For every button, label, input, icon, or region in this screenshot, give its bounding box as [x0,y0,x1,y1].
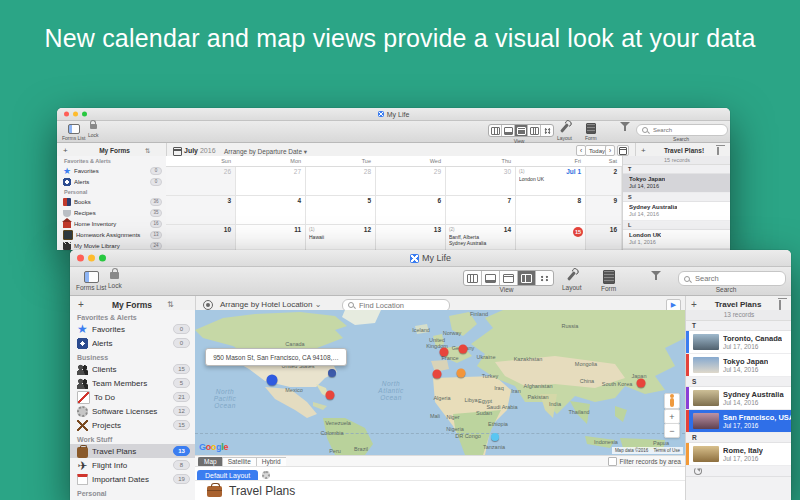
sidebar-item-team-members[interactable]: Team Members5 [70,376,195,390]
calendar-cell[interactable]: 11 [236,225,306,250]
forms-header[interactable]: My Forms [100,300,164,310]
minimize-button[interactable] [73,112,78,117]
traffic-lights[interactable] [77,255,106,262]
view-map-segment[interactable] [518,271,536,285]
forms-list-button[interactable]: Forms List [62,124,85,141]
close-button[interactable] [64,112,69,117]
record-row-tokyo-japan[interactable]: Tokyo JapanJul 14, 2016 [686,354,791,377]
add-record-button[interactable]: + [691,299,697,310]
filter-button[interactable] [651,276,661,285]
sidebar-item-favorites[interactable]: Favorites0 [57,165,166,176]
gear-icon[interactable] [262,471,270,479]
street-view-pegman-button[interactable] [664,393,680,409]
front-titlebar[interactable]: My Life [70,250,791,267]
sort-chevrons-icon[interactable]: ⇅ [145,147,150,155]
search-input[interactable] [651,126,722,134]
map-mode-button[interactable]: Map [198,457,222,467]
calendar-cell[interactable]: 28 [306,167,376,196]
sidebar-item-my-movie-library[interactable]: My Movie Library24 [57,240,166,250]
sidebar-item-flight-info[interactable]: Flight Info8 [70,458,195,472]
layout-button[interactable]: Layout [557,123,572,141]
calendar-cell[interactable]: 26 [166,167,236,196]
delete-record-button[interactable] [779,300,781,309]
sidebar-item-favorites[interactable]: Favorites0 [70,322,195,336]
arrange-by-dropdown[interactable]: Arrange by Hotel Location ⌄ [220,300,321,309]
add-form-button[interactable]: + [63,146,68,155]
zoom-button[interactable] [99,255,106,262]
map-pin[interactable] [440,348,449,357]
record-row-tokyo-japan[interactable]: Tokyo JapanJul 14, 2016 [623,174,730,193]
world-map[interactable]: North Pacific OceanNorth Atlantic OceanC… [195,310,685,455]
map-pin[interactable] [637,379,646,388]
next-month-button[interactable]: › [605,145,615,156]
search-field[interactable] [636,124,728,136]
calendar-cell[interactable]: 30 [446,167,516,196]
record-row-san-francisco-usa[interactable]: San Francisco, USAJul 17, 2016 [686,410,791,433]
traffic-lights[interactable] [64,112,87,117]
refresh-icon[interactable] [694,467,702,475]
filter-by-area-checkbox[interactable] [608,457,617,466]
satellite-mode-button[interactable]: Satellite [222,457,256,467]
month-view-button[interactable] [617,145,629,156]
calendar-cell[interactable]: 16 [586,225,622,250]
calendar-event[interactable]: Hawaii [309,234,371,240]
calendar-cell[interactable]: 9 [586,196,622,225]
map-pin[interactable] [457,369,466,378]
calendar-cell[interactable]: 4 [236,196,306,225]
forms-list-button[interactable]: Forms List [76,271,106,291]
record-row-sydney-australia[interactable]: Sydney AustraliaJul 14, 2016 [686,387,791,410]
address-callout[interactable]: 950 Mason St, San Francisco, CA 94108,… [205,348,347,366]
view-grid-segment[interactable] [541,125,553,136]
arrange-by-dropdown[interactable]: Arrange by Departure Date ▾ [224,148,307,156]
record-row-toronto-canada[interactable]: Toronto, CanadaJul 17, 2016 [686,331,791,354]
calendar-cell[interactable]: 15 [516,225,586,250]
calendar-cell[interactable]: 8 [516,196,586,225]
sidebar-item-clients[interactable]: Clients15 [70,362,195,376]
map-pin[interactable] [433,370,442,379]
lock-button[interactable]: Lock [108,269,122,289]
calendar-cell[interactable]: 2 [586,167,622,196]
calendar-cell[interactable]: 6 [376,196,446,225]
map-pin[interactable] [491,433,499,441]
sidebar-item-travel-plans[interactable]: Travel Plans13 [70,444,195,458]
zoom-button[interactable] [82,112,87,117]
close-button[interactable] [77,255,84,262]
map-pin[interactable] [459,345,468,354]
back-titlebar[interactable]: My Life [57,108,730,121]
calendar-event[interactable]: London UK [519,176,581,182]
form-button[interactable]: Form [601,270,616,292]
map-pin[interactable] [326,391,335,400]
sidebar-item-books[interactable]: Books36 [57,196,166,207]
calendar-event[interactable]: Sydney Australia [449,240,511,246]
map-pin[interactable] [328,369,336,377]
sidebar-item-important-dates[interactable]: Important Dates19 [70,472,195,486]
view-calendar-segment[interactable] [500,271,518,285]
search-input[interactable] [693,273,780,284]
map-pin[interactable] [267,375,278,386]
record-row-sydney-australia[interactable]: Sydney AustraliaJul 14, 2016 [623,202,730,221]
record-row-rome-italy[interactable]: Rome, ItalyJul 17, 2016 [686,443,791,466]
calendar-cell[interactable]: 7 [446,196,516,225]
sidebar-item-alerts[interactable]: Alerts0 [57,176,166,187]
view-columns-segment[interactable] [464,271,482,285]
calendar-cell[interactable]: 5 [306,196,376,225]
view-grid-segment[interactable] [536,271,553,285]
calendar-cell[interactable]: 12(1)Hawaii [306,225,376,250]
sidebar-item-homework-assignments[interactable]: Homework Assignments13 [57,229,166,240]
record-row-london-uk[interactable]: London UKJul 1, 2016 [623,230,730,249]
add-record-button[interactable]: + [641,146,646,155]
zoom-in-button[interactable]: + [664,409,680,424]
delete-record-button[interactable] [717,147,719,154]
forms-header[interactable]: My Forms [87,147,142,154]
view-calendar-segment[interactable] [515,125,528,136]
calendar-cell[interactable]: 10 [166,225,236,250]
search-field[interactable] [678,271,786,286]
filter-button[interactable] [620,127,630,134]
view-map-segment[interactable] [528,125,541,136]
sidebar-item-to-do[interactable]: To Do21 [70,390,195,404]
find-location-input[interactable] [357,300,444,311]
terms-of-use-link[interactable]: Terms of Use [653,448,680,453]
form-button[interactable]: Form [585,123,597,141]
calendar-cell[interactable]: 29 [376,167,446,196]
calendar-cell[interactable]: 13 [376,225,446,250]
